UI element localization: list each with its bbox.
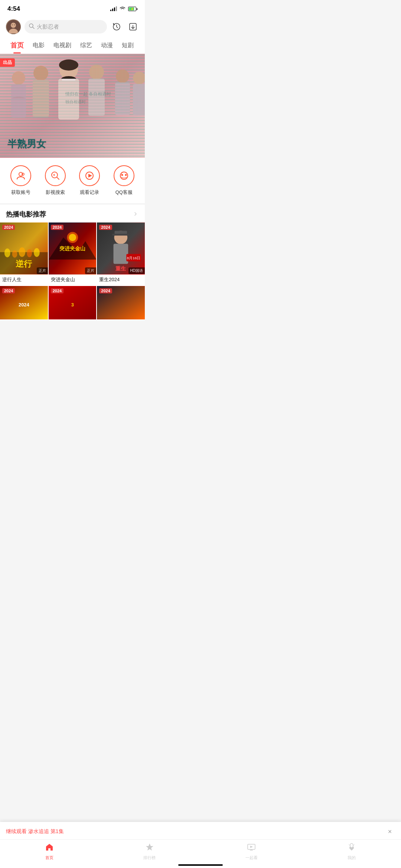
- quick-action-search[interactable]: 影视搜索: [45, 165, 66, 196]
- download-icon-btn[interactable]: [127, 21, 139, 33]
- account-label: 获取账号: [11, 189, 30, 196]
- hero-banner[interactable]: 出品: [0, 54, 145, 158]
- svg-point-15: [33, 66, 48, 81]
- quick-action-account[interactable]: 获取账号: [10, 165, 31, 196]
- header: 火影忍者: [0, 16, 145, 37]
- svg-text:重生: 重生: [116, 266, 126, 272]
- quick-actions: 获取账号 影视搜索 观看记录: [0, 158, 145, 203]
- header-actions: [111, 21, 139, 33]
- svg-rect-58: [113, 234, 130, 235]
- svg-rect-14: [11, 84, 26, 118]
- movie-card-4[interactable]: 2024 2024: [0, 286, 48, 319]
- svg-rect-29: [115, 82, 130, 115]
- nav-tab-anime[interactable]: 动漫: [97, 38, 117, 53]
- svg-rect-56: [114, 244, 128, 264]
- nav-tab-variety[interactable]: 综艺: [76, 38, 97, 53]
- status-time: 4:54: [7, 5, 20, 13]
- avatar[interactable]: [6, 19, 21, 34]
- search-label: 影视搜索: [46, 189, 65, 196]
- movie-title-1: 逆行人生: [0, 274, 48, 285]
- quick-action-history[interactable]: 观看记录: [79, 165, 100, 196]
- movie-year-badge-5: 2024: [51, 288, 63, 293]
- movie-year-badge-4: 2024: [2, 288, 15, 293]
- hot-movies-section: 热播电影推荐: [0, 205, 145, 320]
- svg-point-40: [125, 174, 127, 176]
- svg-point-27: [116, 69, 129, 83]
- movie-card-6[interactable]: 2024: [97, 286, 145, 319]
- movie-title-2: 突进夹金山: [49, 274, 97, 285]
- chevron-right-icon: [132, 211, 139, 218]
- signal-icon: [110, 7, 117, 11]
- svg-text:突进夹金山: 突进夹金山: [59, 246, 85, 251]
- movie-card-5[interactable]: 3 2024: [49, 286, 97, 319]
- nav-tab-short[interactable]: 短剧: [117, 38, 138, 53]
- svg-text:8月16日: 8月16日: [127, 256, 140, 260]
- movie-card-2[interactable]: 突进夹金山 2024 正片 突进夹金山: [49, 222, 97, 285]
- account-icon: [10, 165, 31, 186]
- movie-title-3: 重生2024: [97, 274, 145, 285]
- svg-point-12: [12, 71, 25, 85]
- svg-text:逆行: 逆行: [16, 259, 32, 269]
- movie-format-1: 正片: [37, 267, 48, 274]
- watch-history-icon: [79, 165, 100, 186]
- svg-point-44: [4, 248, 10, 257]
- battery-icon: ⚡: [128, 7, 137, 11]
- nav-tab-tv[interactable]: 电视剧: [49, 38, 76, 53]
- movie-grid: 逆行 2024 正片 逆行人生: [0, 222, 145, 320]
- hero-subtitle: 情归在一起 各自相遇时 独自相遇时: [65, 90, 111, 105]
- svg-point-45: [12, 250, 17, 258]
- svg-rect-31: [133, 84, 145, 116]
- movie-year-badge-6: 2024: [99, 288, 112, 293]
- movie-year-badge-1: 2024: [2, 225, 15, 230]
- history-icon-btn[interactable]: [111, 21, 123, 33]
- svg-rect-23: [62, 79, 75, 81]
- search-icon: [29, 23, 35, 30]
- status-icons: ⚡: [110, 6, 137, 12]
- svg-text:2024: 2024: [19, 302, 29, 308]
- service-label: QQ客服: [115, 189, 133, 196]
- svg-point-53: [69, 234, 76, 241]
- history-label: 观看记录: [80, 189, 99, 196]
- hero-title: 半熟男女: [7, 137, 46, 150]
- movie-format-2: 正片: [85, 267, 96, 274]
- movie-card-1[interactable]: 逆行 2024 正片 逆行人生: [0, 222, 48, 285]
- svg-point-3: [12, 25, 13, 25]
- svg-marker-37: [88, 174, 92, 178]
- svg-point-39: [121, 174, 123, 176]
- svg-rect-17: [33, 80, 49, 117]
- svg-point-48: [34, 248, 40, 257]
- movie-format-3: HD国语: [128, 267, 145, 274]
- wifi-icon: [119, 6, 126, 12]
- search-bar[interactable]: 火影忍者: [25, 20, 107, 33]
- movie-card-3[interactable]: 重生 8月16日 2024 HD国语 重生2024: [97, 222, 145, 285]
- svg-text:3: 3: [71, 302, 74, 308]
- svg-point-46: [19, 247, 25, 257]
- svg-point-4: [14, 25, 15, 25]
- svg-point-19: [59, 59, 78, 71]
- svg-point-47: [27, 249, 32, 257]
- section-more-btn[interactable]: [132, 211, 139, 218]
- film-search-icon: [45, 165, 66, 186]
- nav-tabs: 首页 电影 电视剧 综艺 动漫 短剧: [0, 37, 145, 54]
- qq-service-icon: [114, 165, 134, 186]
- section-header: 热播电影推荐: [0, 205, 145, 222]
- search-placeholder: 火影忍者: [37, 23, 59, 30]
- svg-point-24: [89, 65, 104, 79]
- hero-badge: 出品: [0, 58, 15, 67]
- svg-line-6: [33, 27, 34, 29]
- movie-year-badge-2: 2024: [51, 225, 63, 230]
- movie-year-badge-3: 2024: [99, 225, 112, 230]
- svg-line-35: [57, 177, 59, 179]
- nav-tab-movie[interactable]: 电影: [28, 38, 49, 53]
- svg-point-1: [11, 23, 16, 28]
- status-bar: 4:54 ⚡: [0, 0, 145, 16]
- nav-tab-home[interactable]: 首页: [6, 37, 28, 53]
- section-title: 热播电影推荐: [6, 210, 46, 219]
- quick-action-service[interactable]: QQ客服: [114, 165, 134, 196]
